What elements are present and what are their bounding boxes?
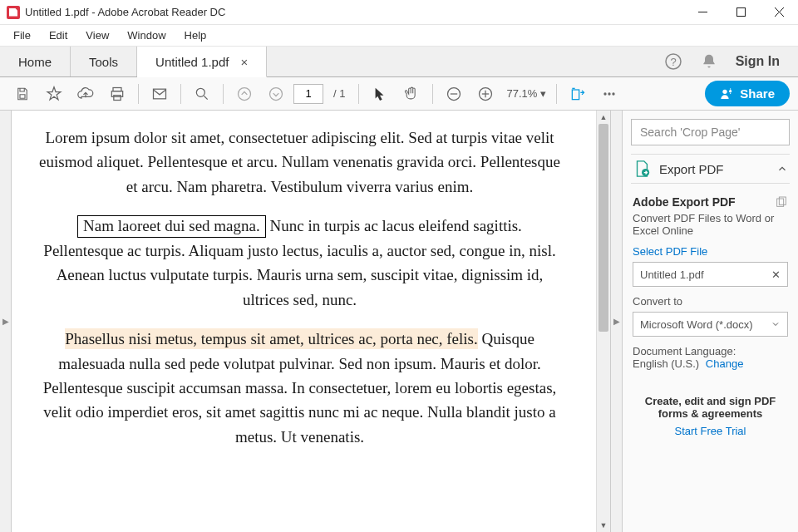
menubar: File Edit View Window Help <box>0 25 798 47</box>
sign-in-link[interactable]: Sign In <box>736 54 780 69</box>
left-panel-toggle[interactable]: ▶ <box>0 111 12 532</box>
start-trial-link[interactable]: Start Free Trial <box>633 425 788 437</box>
page-down-icon[interactable] <box>262 80 290 108</box>
svg-rect-19 <box>573 90 579 100</box>
separator <box>223 84 224 104</box>
search-tools-input[interactable]: Search 'Crop Page' <box>631 119 790 145</box>
menu-help[interactable]: Help <box>176 27 215 44</box>
zoom-in-icon[interactable] <box>471 80 500 108</box>
svg-rect-6 <box>113 87 121 91</box>
doc-paragraph-2: Nam laoreet dui sed magna. Nunc in turpi… <box>37 214 563 312</box>
mail-icon[interactable] <box>145 80 174 108</box>
maximize-button[interactable] <box>722 0 760 25</box>
language-label: Document Language: <box>633 345 736 357</box>
search-placeholder: Search 'Crop Page' <box>640 126 741 139</box>
vertical-scrollbar[interactable]: ▲ ▼ <box>596 111 610 532</box>
close-button[interactable] <box>760 0 798 25</box>
zoom-out-icon[interactable] <box>440 80 468 108</box>
window-title: Untitled 1.pdf - Adobe Acrobat Reader DC <box>25 6 225 18</box>
scroll-thumb[interactable] <box>598 124 608 332</box>
doc-paragraph-1: Lorem ipsum dolor sit amet, consectetuer… <box>37 126 563 199</box>
tab-home-label: Home <box>18 55 52 69</box>
chevron-down-icon: ▾ <box>540 87 546 100</box>
star-icon[interactable] <box>40 80 68 108</box>
cloud-upload-icon[interactable] <box>71 80 100 108</box>
page-total: / 1 <box>327 87 352 100</box>
zoom-dropdown[interactable]: 77.1%▾ <box>503 87 549 100</box>
doc-paragraph-3: Phasellus nisi metus, tempus sit amet, u… <box>37 327 563 449</box>
zoom-value: 77.1% <box>506 87 537 100</box>
page-number-input[interactable] <box>293 84 323 104</box>
convert-to-label: Convert to <box>633 295 788 308</box>
window-controls <box>683 0 798 25</box>
menu-file[interactable]: File <box>5 27 39 44</box>
chevron-up-icon <box>776 163 788 175</box>
tab-row: Home Tools Untitled 1.pdf × ? Sign In <box>0 47 798 77</box>
separator <box>358 84 359 104</box>
tab-document[interactable]: Untitled 1.pdf × <box>137 47 267 77</box>
separator <box>180 84 181 104</box>
svg-point-10 <box>196 88 204 96</box>
export-panel: Adobe Export PDF Convert PDF Files to Wo… <box>631 192 790 441</box>
selected-file-name: Untitled 1.pdf <box>640 268 704 281</box>
separator <box>432 84 433 104</box>
select-file-label: Select PDF File <box>633 245 788 258</box>
minimize-button[interactable] <box>683 0 722 25</box>
titlebar: Untitled 1.pdf - Adobe Acrobat Reader DC <box>0 0 798 25</box>
svg-point-22 <box>613 92 615 95</box>
export-pdf-header[interactable]: Export PDF <box>631 154 790 184</box>
menu-window[interactable]: Window <box>119 27 174 44</box>
language-change-link[interactable]: Change <box>706 357 744 370</box>
promo-block: Create, edit and sign PDF forms & agreem… <box>633 395 788 437</box>
svg-point-13 <box>270 87 283 100</box>
scroll-down-arrow[interactable]: ▼ <box>597 519 610 532</box>
chevron-down-icon <box>771 319 781 329</box>
svg-rect-1 <box>736 8 745 17</box>
fit-width-icon[interactable] <box>564 80 592 108</box>
adobe-export-title: Adobe Export PDF <box>633 195 736 209</box>
print-icon[interactable] <box>103 80 131 108</box>
tab-tools[interactable]: Tools <box>71 47 137 76</box>
svg-point-24 <box>729 90 732 92</box>
tab-close-icon[interactable]: × <box>240 55 248 69</box>
menu-view[interactable]: View <box>77 27 117 44</box>
tools-sidepanel: Search 'Crop Page' Export PDF Adobe Expo… <box>622 111 798 532</box>
bell-icon[interactable] <box>701 53 717 70</box>
highlighted-text: Phasellus nisi metus, tempus sit amet, u… <box>65 328 478 349</box>
app-icon <box>7 6 20 19</box>
export-files-icon[interactable] <box>775 195 788 209</box>
right-panel-toggle[interactable]: ▶ <box>610 111 622 532</box>
convert-to-dropdown[interactable]: Microsoft Word (*.docx) <box>633 312 788 337</box>
export-header-label: Export PDF <box>659 162 724 176</box>
share-button[interactable]: Share <box>705 81 790 106</box>
save-icon[interactable] <box>8 80 37 108</box>
selected-file-box[interactable]: Untitled 1.pdf ✕ <box>633 262 788 287</box>
tab-home[interactable]: Home <box>0 47 71 76</box>
content-area: ▶ Lorem ipsum dolor sit amet, consectetu… <box>0 111 798 532</box>
tab-tools-label: Tools <box>89 55 118 69</box>
menu-edit[interactable]: Edit <box>41 27 76 44</box>
export-description: Convert PDF Files to Word or Excel Onlin… <box>633 212 788 237</box>
scroll-up-arrow[interactable]: ▲ <box>597 111 610 124</box>
svg-line-11 <box>204 96 208 99</box>
share-label: Share <box>740 86 775 101</box>
hand-icon[interactable] <box>397 80 426 108</box>
svg-rect-9 <box>154 89 166 99</box>
document-page[interactable]: Lorem ipsum dolor sit amet, consectetuer… <box>12 111 596 532</box>
share-person-icon <box>720 87 733 101</box>
help-icon[interactable]: ? <box>664 52 682 71</box>
export-pdf-icon <box>633 160 651 178</box>
more-icon[interactable] <box>595 80 623 108</box>
svg-rect-29 <box>779 197 786 204</box>
promo-title: Create, edit and sign PDF forms & agreem… <box>633 395 788 420</box>
svg-point-23 <box>723 89 727 93</box>
clear-file-icon[interactable]: ✕ <box>771 268 781 281</box>
selection-icon[interactable] <box>366 80 394 108</box>
svg-point-12 <box>239 87 251 100</box>
tab-document-label: Untitled 1.pdf <box>155 55 229 69</box>
svg-text:?: ? <box>670 56 676 68</box>
toolbar: / 1 77.1%▾ Share <box>0 77 798 111</box>
find-icon[interactable] <box>188 80 216 108</box>
page-up-icon[interactable] <box>230 80 259 108</box>
svg-rect-8 <box>114 95 121 100</box>
